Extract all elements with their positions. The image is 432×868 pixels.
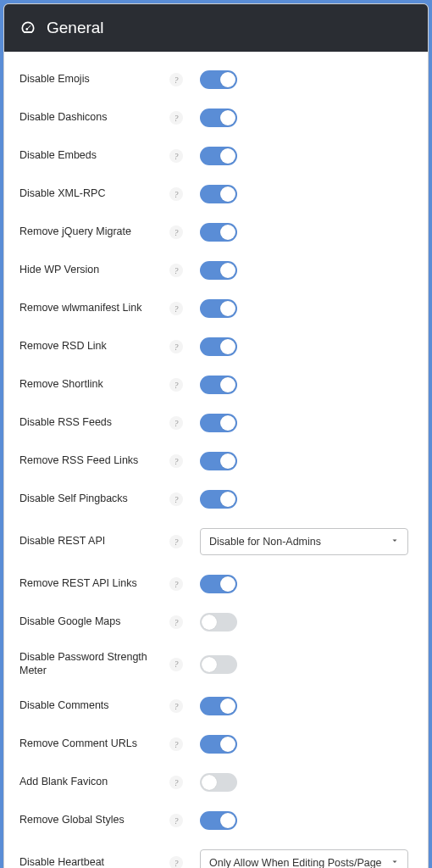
toggle-remove-rsd-link[interactable] — [200, 337, 237, 356]
help-icon[interactable] — [169, 577, 183, 591]
help-icon[interactable] — [169, 492, 183, 506]
setting-row-disable-google-maps: Disable Google Maps — [19, 603, 413, 641]
toggle-knob — [220, 339, 235, 354]
panel-header: General — [4, 4, 428, 52]
setting-label: Add Blank Favicon — [19, 776, 163, 789]
panel-title: General — [47, 19, 104, 37]
setting-row-disable-rss-feeds: Disable RSS Feeds — [19, 403, 413, 442]
setting-label: Disable Comments — [19, 699, 163, 713]
toggle-remove-rss-feed-links[interactable] — [200, 452, 237, 470]
help-icon[interactable] — [169, 699, 183, 713]
toggle-knob — [220, 186, 235, 202]
toggle-knob — [220, 453, 235, 469]
setting-label: Disable RSS Feeds — [19, 416, 163, 430]
help-icon[interactable] — [169, 814, 183, 827]
toggle-knob — [220, 813, 235, 828]
toggle-disable-emojis[interactable] — [200, 70, 237, 89]
setting-label: Disable Embeds — [19, 149, 163, 163]
setting-row-disable-password-strength-meter: Disable Password Strength Meter — [19, 641, 413, 687]
help-icon[interactable] — [169, 149, 183, 163]
setting-label: Disable Heartbeat — [19, 856, 163, 868]
help-icon[interactable] — [169, 615, 183, 629]
setting-label: Remove Comment URLs — [19, 737, 163, 751]
setting-label: Remove Shortlink — [19, 378, 163, 392]
help-icon[interactable] — [169, 264, 183, 277]
toggle-knob — [202, 657, 217, 672]
setting-row-disable-rest-api: Disable REST APIDisable for Non-Admins — [19, 518, 413, 565]
help-icon[interactable] — [169, 73, 183, 86]
help-icon[interactable] — [169, 225, 183, 239]
help-icon[interactable] — [169, 737, 183, 751]
toggle-disable-xml-rpc[interactable] — [200, 185, 237, 203]
toggle-knob — [202, 615, 217, 630]
setting-label: Disable Password Strength Meter — [19, 651, 163, 677]
toggle-disable-self-pingbacks[interactable] — [200, 490, 237, 509]
dashboard-icon — [19, 19, 36, 36]
setting-row-remove-comment-urls: Remove Comment URLs — [19, 725, 413, 763]
toggle-knob — [220, 576, 235, 592]
setting-label: Hide WP Version — [19, 264, 163, 277]
help-icon[interactable] — [169, 658, 183, 671]
setting-label: Remove Global Styles — [19, 814, 163, 827]
setting-label: Remove wlwmanifest Link — [19, 302, 163, 315]
toggle-knob — [220, 698, 235, 714]
setting-row-disable-dashicons: Disable Dashicons — [19, 98, 413, 136]
setting-label: Remove jQuery Migrate — [19, 225, 163, 239]
setting-label: Disable XML-RPC — [19, 187, 163, 201]
toggle-knob — [220, 377, 235, 392]
setting-row-disable-comments: Disable Comments — [19, 687, 413, 725]
setting-row-remove-rsd-link: Remove RSD Link — [19, 327, 413, 365]
setting-row-disable-xml-rpc: Disable XML-RPC — [19, 175, 413, 213]
toggle-knob — [220, 110, 235, 125]
toggle-disable-comments[interactable] — [200, 697, 237, 715]
toggle-knob — [220, 737, 235, 752]
toggle-disable-google-maps[interactable] — [200, 613, 237, 632]
setting-label: Disable Self Pingbacks — [19, 492, 163, 506]
setting-row-add-blank-favicon: Add Blank Favicon — [19, 763, 413, 801]
toggle-knob — [220, 225, 235, 240]
toggle-knob — [220, 72, 235, 87]
help-icon[interactable] — [169, 187, 183, 201]
setting-label: Disable Dashicons — [19, 111, 163, 125]
setting-row-disable-heartbeat: Disable HeartbeatOnly Allow When Editing… — [19, 839, 413, 868]
setting-row-disable-self-pingbacks: Disable Self Pingbacks — [19, 480, 413, 518]
toggle-knob — [220, 301, 235, 316]
help-icon[interactable] — [169, 111, 183, 125]
help-icon[interactable] — [169, 302, 183, 315]
panel-body: Disable EmojisDisable DashiconsDisable E… — [4, 52, 428, 868]
toggle-add-blank-favicon[interactable] — [200, 773, 237, 792]
setting-row-disable-emojis: Disable Emojis — [19, 60, 413, 98]
toggle-knob — [220, 415, 235, 431]
help-icon[interactable] — [169, 340, 183, 353]
setting-label: Disable Google Maps — [19, 615, 163, 629]
toggle-remove-shortlink[interactable] — [200, 376, 237, 394]
toggle-disable-dashicons[interactable] — [200, 108, 237, 127]
toggle-knob — [202, 775, 217, 790]
setting-row-remove-jquery-migrate: Remove jQuery Migrate — [19, 213, 413, 251]
setting-label: Disable REST API — [19, 535, 163, 548]
help-icon[interactable] — [169, 416, 183, 430]
toggle-knob — [220, 263, 235, 278]
toggle-remove-comment-urls[interactable] — [200, 735, 237, 754]
setting-row-hide-wp-version: Hide WP Version — [19, 251, 413, 289]
toggle-disable-password-strength-meter[interactable] — [200, 655, 237, 674]
toggle-remove-rest-api-links[interactable] — [200, 575, 237, 593]
toggle-remove-global-styles[interactable] — [200, 811, 237, 830]
help-icon[interactable] — [169, 776, 183, 789]
toggle-knob — [220, 148, 235, 164]
toggle-remove-wlwmanifest-link[interactable] — [200, 299, 237, 318]
help-icon[interactable] — [169, 454, 183, 468]
help-icon[interactable] — [169, 856, 183, 868]
setting-label: Disable Emojis — [19, 73, 163, 86]
toggle-remove-jquery-migrate[interactable] — [200, 223, 237, 242]
toggle-disable-embeds[interactable] — [200, 147, 237, 165]
help-icon[interactable] — [169, 535, 183, 548]
select-disable-heartbeat[interactable]: Only Allow When Editing Posts/Pages — [200, 849, 408, 868]
help-icon[interactable] — [169, 378, 183, 392]
toggle-disable-rss-feeds[interactable] — [200, 414, 237, 432]
setting-row-remove-wlwmanifest-link: Remove wlwmanifest Link — [19, 289, 413, 327]
setting-row-remove-shortlink: Remove Shortlink — [19, 365, 413, 403]
toggle-hide-wp-version[interactable] — [200, 261, 237, 280]
setting-label: Remove RSD Link — [19, 340, 163, 353]
select-disable-rest-api[interactable]: Disable for Non-Admins — [200, 528, 408, 555]
